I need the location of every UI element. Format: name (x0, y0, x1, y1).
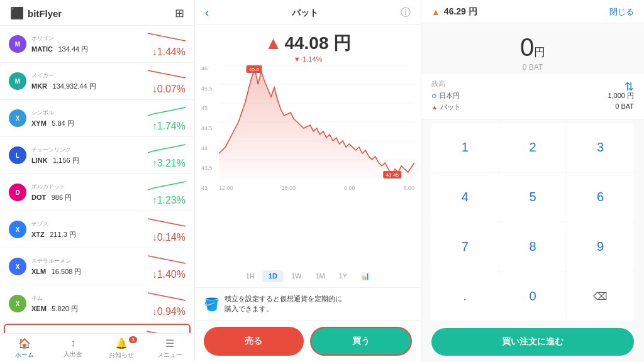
coin-icon: D (9, 184, 26, 201)
y-label: 44 (201, 145, 219, 151)
price-chart: 45.6 43.45 (219, 65, 414, 178)
time-tab-[interactable]: 📊 (355, 270, 376, 282)
coin-item-link[interactable]: L チェーンリンク LINK 1,156 円 ↑3.21% (0, 137, 194, 174)
coin-name-jp: ポルカドット (31, 183, 148, 191)
alert-icon: ▲ (431, 7, 440, 17)
coin-name-jp: ポリゴン (31, 35, 148, 43)
footer-item-メニュー[interactable]: ☰ メニュー (146, 337, 194, 359)
sort-icon[interactable]: ⇅ (625, 80, 634, 94)
coin-change: ↓1.19% (147, 328, 184, 333)
y-label: 44.5 (201, 125, 219, 131)
coin-ticker-price: XYM 5.84 円 (31, 117, 148, 128)
coin-item-xlm[interactable]: X ステラルーメン XLM 16.508 円 ↓1.40% (0, 248, 194, 285)
footer-label: 入出金 (64, 350, 82, 359)
footer-item-入出金[interactable]: ↕ 入出金 (48, 337, 97, 359)
coin-info: シンボル XYM 5.84 円 (31, 109, 148, 128)
coin-change: ↓1.40% (148, 253, 186, 280)
time-tab-1M[interactable]: 1M (309, 270, 331, 282)
qr-icon[interactable]: ⊞ (175, 6, 184, 20)
num-key-7[interactable]: 7 (431, 222, 499, 272)
coin-item-xtz[interactable]: X テゾス XTZ 211.3 円 ↓0.14% (0, 211, 194, 248)
mid-title: バット (292, 8, 318, 19)
amount-display: 0円 ⇅ 0 BAT (421, 23, 644, 74)
coin-icon: X (9, 258, 26, 275)
mini-chart (148, 216, 186, 231)
mini-chart (148, 67, 186, 82)
coin-change-val: ↑1.23% (152, 195, 186, 206)
footer-icon: ☰ (165, 337, 174, 349)
footer-item-お知らせ[interactable]: 3 🔔 お知らせ (97, 337, 146, 359)
num-key-9[interactable]: 9 (567, 222, 634, 272)
mid-header: ‹ バット ⓘ (195, 0, 421, 25)
coin-item-mkr[interactable]: M メイカー MKR 134,932.44 円 ↓0.07% (0, 63, 194, 100)
sell-button[interactable]: 売る (204, 327, 304, 356)
chart-svg-wrapper: 45.6 43.45 (219, 65, 414, 178)
coin-info: ネム XEM 5.820 円 (31, 294, 148, 314)
footer-icon: ↕ (70, 337, 75, 349)
coin-change-val: ↓0.94% (152, 306, 186, 317)
time-tab-1H[interactable]: 1H (240, 270, 261, 282)
price-up-icon: ▲ (265, 33, 282, 53)
time-tab-1D[interactable]: 1D (262, 270, 284, 282)
num-key-5[interactable]: 5 (499, 173, 567, 222)
decimal-key[interactable]: . (431, 272, 499, 321)
coin-change: ↓0.07% (148, 67, 186, 95)
num-key-1[interactable]: 1 (431, 123, 499, 172)
coin-item-dot[interactable]: D ポルカドット DOT 986 円 ↑1.23% (0, 174, 194, 211)
coin-ticker-price: XEM 5.820 円 (31, 302, 148, 314)
coin-item-matic[interactable]: M ポリゴン MATIC 134.44 円 ↓1.44% (0, 26, 194, 63)
right-panel: ▲ 46.29 円 閉じる 0円 ⇅ 0 BAT 残高 ⊙ 日本円 1,000 … (421, 0, 644, 362)
coin-change-val: ↓0.14% (152, 232, 186, 243)
num-key-2[interactable]: 2 (499, 123, 567, 172)
coin-change: ↑1.74% (148, 104, 186, 132)
coin-item-xym[interactable]: X シンボル XYM 5.84 円 ↑1.74% (0, 100, 194, 137)
left-footer: 🏠 ホーム ↕ 入出金 3 🔔 お知らせ ☰ メニュー (0, 333, 194, 362)
mini-chart (148, 30, 186, 45)
bitflyer-logo-icon: ⬛ (10, 6, 24, 20)
coin-name-jp: ステラルーメン (31, 257, 148, 265)
order-button[interactable]: 買い注文に進む (431, 328, 634, 356)
mini-chart (148, 253, 186, 268)
back-button[interactable]: ‹ (205, 6, 209, 19)
mini-chart (148, 141, 186, 156)
time-tab-1Y[interactable]: 1Y (333, 270, 353, 282)
coin-ticker-price: XLM 16.508 円 (31, 265, 148, 277)
num-key-6[interactable]: 6 (567, 173, 634, 222)
x-label: 0:00 (344, 185, 355, 191)
num-key-3[interactable]: 3 (567, 123, 634, 172)
coin-name-jp: テゾス (31, 220, 148, 228)
coin-name-jp: チェーンリンク (31, 146, 148, 154)
info-banner: 🪣 積立を設定すると仮想通貨を定期的に購入できます。 (195, 288, 421, 321)
delete-key[interactable]: ⌫ (567, 272, 634, 321)
coin-icon: M (9, 72, 26, 90)
balance-jpy-label: ⊙ 日本円 (431, 91, 460, 101)
coin-info: ステラルーメン XLM 16.508 円 (31, 257, 148, 277)
num-key-4[interactable]: 4 (431, 173, 499, 222)
coin-name-jp: メイカー (31, 72, 148, 80)
chart-area: 4645.54544.54443.543 (195, 65, 421, 265)
x-label: 18:00 (281, 185, 296, 191)
price-change: ▼-1.14% (195, 55, 421, 63)
close-button[interactable]: 閉じる (609, 6, 634, 18)
buy-button[interactable]: 買う (310, 327, 413, 356)
num-key-8[interactable]: 8 (499, 222, 567, 272)
coin-ticker-price: MKR 134,932.44 円 (31, 80, 148, 91)
coin-item-xem[interactable]: X ネム XEM 5.820 円 ↓0.94% (0, 285, 194, 322)
num-key-0[interactable]: 0 (499, 272, 567, 321)
banner-text: 積立を設定すると仮想通貨を定期的に購入できます。 (225, 294, 342, 314)
info-button[interactable]: ⓘ (401, 6, 411, 19)
coin-name-jp: シンボル (31, 109, 148, 117)
coin-item-bat[interactable]: B バット BAT 44.06 円 ↓1.19% (4, 324, 191, 333)
y-label: 46 (201, 65, 219, 72)
time-tab-1W[interactable]: 1W (285, 270, 308, 282)
y-axis-labels: 4645.54544.54443.543 (201, 65, 219, 191)
numpad: 123456789.0⌫ (421, 119, 644, 324)
coin-list: M ポリゴン MATIC 134.44 円 ↓1.44% M メイカー MKR … (0, 26, 194, 333)
coin-icon: X (9, 221, 26, 238)
footer-icon: 🏠 (18, 337, 31, 349)
footer-label: ホーム (15, 351, 34, 359)
main-price: ▲44.08 円 (195, 31, 421, 55)
footer-item-ホーム[interactable]: 🏠 ホーム (0, 337, 48, 359)
coin-icon: X (9, 109, 26, 127)
balance-title: 残高 (431, 79, 634, 89)
